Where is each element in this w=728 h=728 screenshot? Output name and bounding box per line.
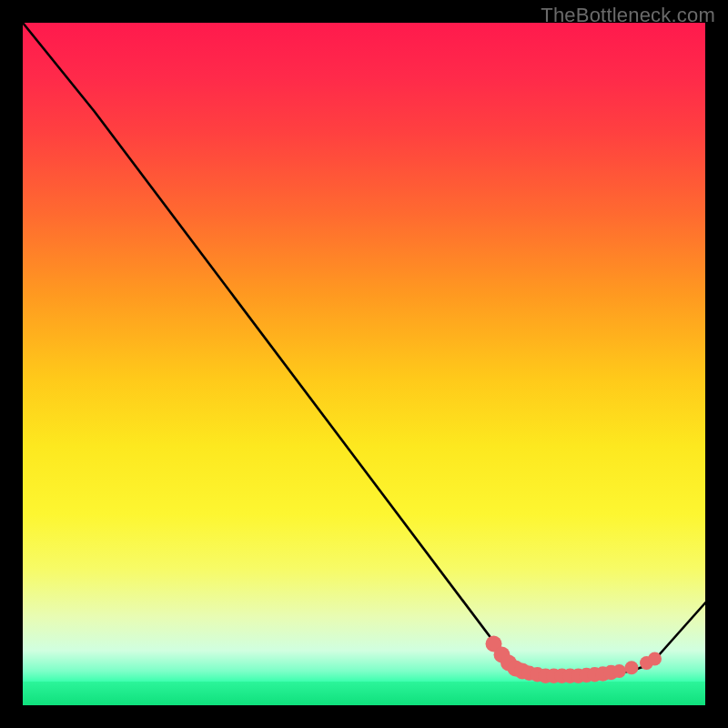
highlight-dot — [625, 661, 639, 674]
plot-area — [23, 23, 705, 705]
highlight-dot — [648, 652, 662, 666]
chart-svg — [23, 23, 705, 705]
watermark-label: TheBottleneck.com — [541, 4, 715, 27]
chart-frame: TheBottleneck.com — [0, 0, 728, 728]
curve-line — [23, 23, 705, 676]
highlight-dot — [612, 664, 626, 678]
highlight-dots — [486, 636, 662, 683]
